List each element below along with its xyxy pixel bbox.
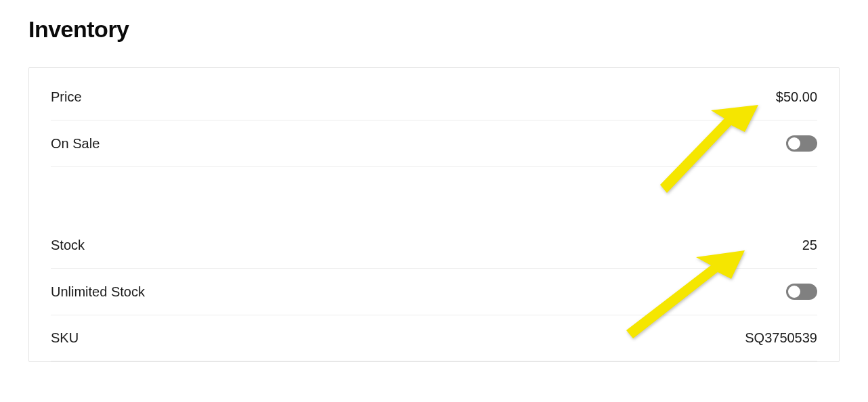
toggle-knob-icon [788,286,800,298]
stock-group: Stock 25 Unlimited Stock SKU SQ3750539 [29,216,839,361]
toggle-knob-icon [788,137,800,150]
sku-row[interactable]: SKU SQ3750539 [51,315,817,361]
sku-label: SKU [51,330,79,346]
on-sale-row: On Sale [51,120,817,167]
stock-label: Stock [51,238,85,253]
on-sale-label: On Sale [51,136,100,152]
unlimited-stock-row: Unlimited Stock [51,269,817,315]
price-row[interactable]: Price $50.00 [51,68,817,120]
unlimited-stock-label: Unlimited Stock [51,284,145,300]
price-value: $50.00 [776,89,817,105]
page-title: Inventory [28,16,840,43]
pricing-group: Price $50.00 On Sale [29,68,839,167]
on-sale-toggle[interactable] [786,135,817,152]
sku-value: SQ3750539 [745,330,817,346]
price-label: Price [51,89,82,105]
unlimited-stock-toggle[interactable] [786,284,817,300]
inventory-panel: Price $50.00 On Sale Stock 25 Unlimited … [28,67,840,362]
stock-value: 25 [802,238,817,253]
stock-row[interactable]: Stock 25 [51,216,817,269]
